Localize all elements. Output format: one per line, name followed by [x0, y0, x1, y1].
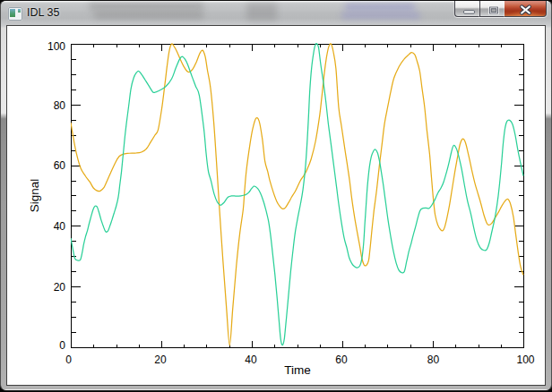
svg-text:100: 100	[516, 354, 534, 366]
svg-text:100: 100	[47, 40, 65, 53]
svg-text:80: 80	[427, 354, 440, 366]
svg-text:Signal: Signal	[28, 179, 41, 213]
svg-text:40: 40	[54, 220, 66, 233]
svg-text:20: 20	[54, 281, 66, 294]
svg-text:40: 40	[245, 354, 257, 366]
svg-text:80: 80	[54, 99, 66, 112]
svg-text:60: 60	[335, 354, 348, 366]
svg-text:0: 0	[65, 354, 72, 366]
svg-text:60: 60	[54, 159, 66, 172]
svg-text:20: 20	[154, 354, 167, 366]
svg-text:0: 0	[59, 339, 65, 352]
svg-text:Time: Time	[284, 363, 311, 377]
